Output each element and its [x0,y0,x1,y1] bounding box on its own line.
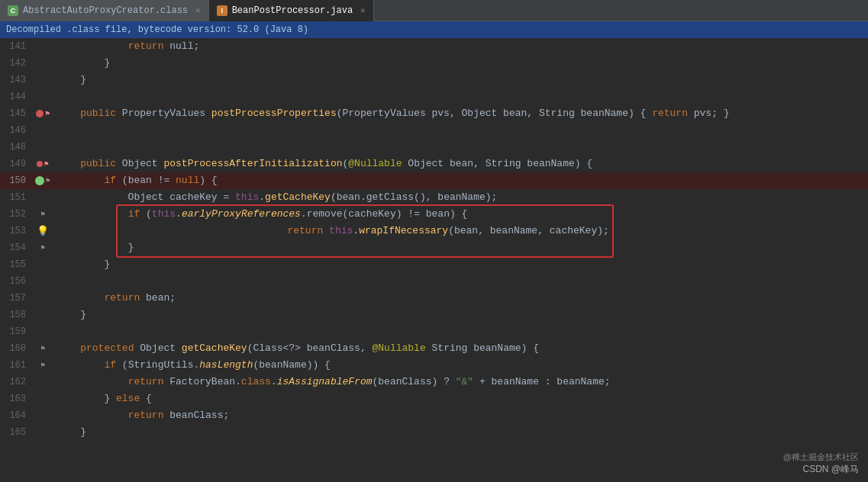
line-146: 146 [0,122,868,139]
lightbulb-153: 💡 [37,225,49,237]
line-num-143: 143 [0,75,32,85]
line-content-157: return bean; [53,290,868,307]
line-162: 162 return FactoryBean.class.isAssignabl… [0,374,868,390]
editor-area: 141 return null; 142 } 143 } 144 [0,38,868,482]
bookmark-icon-160: ⚑ [40,344,45,353]
line-content-162: return FactoryBean.class.isAssignableFro… [53,374,868,390]
line-153: 153 💡 return this.wrapIfNecessary(bean, … [0,223,868,239]
line-141: 141 return null; [0,38,868,55]
line-content-163: } else { [53,390,868,407]
tab-icon-1: C [8,5,18,16]
line-content-143: } [53,72,868,88]
close-icon-1[interactable]: ✕ [195,5,201,15]
line-content-164: return beanClass; [53,407,868,424]
line-num-150: 150 [0,175,32,186]
line-content-165: } [53,424,868,441]
line-num-141: 141 [0,41,32,52]
line-159: 159 [0,323,868,340]
watermark: @稀土掘金技术社区 CSDN @峰马 [783,451,859,476]
line-content-155: } [53,256,868,273]
line-num-157: 157 [0,293,32,304]
breakpoint-149 [37,161,43,167]
line-142: 142 } [0,55,868,72]
line-content-149: public Object postProcessAfterInitializa… [53,156,868,172]
line-154: 154 ⚑ } [0,239,868,256]
line-content-142: } [53,55,868,72]
gutter-161: ⚑ [32,361,53,370]
line-160: 160 ⚑ protected Object getCacheKey(Class… [0,340,868,357]
breakpoint-145 [36,110,44,117]
line-content-154: } [53,239,868,256]
line-157: 157 return bean; [0,290,868,307]
gutter-145: ⚑ [32,109,53,118]
line-150: 150 ⚑ if (bean != null) { [0,172,868,189]
line-num-164: 164 [0,410,32,421]
info-bar: Decompiled .class file, bytecode version… [0,21,868,38]
line-num-165: 165 [0,427,32,438]
line-content-161: if (StringUtils.hasLength(beanName)) { [53,357,868,374]
bookmark-icon-149: ⚑ [44,159,48,169]
line-num-163: 163 [0,394,32,404]
line-158: 158 } [0,307,868,323]
line-161: 161 ⚑ if (StringUtils.hasLength(beanName… [0,357,868,374]
gutter-150: ⚑ [32,176,53,185]
line-143: 143 } [0,72,868,88]
watermark-line1: @稀土掘金技术社区 [783,451,859,463]
info-bar-text: Decompiled .class file, bytecode version… [6,24,308,35]
line-content-145: public PropertyValues postProcessPropert… [53,105,868,122]
tab-bar: C AbstractAutoProxyCreator.class ✕ I Bea… [0,0,868,21]
line-149: 149 ⚑ public Object postProcessAfterInit… [0,156,868,172]
line-155: 155 } [0,256,868,273]
line-content-150: if (bean != null) { [53,172,868,189]
code-lines: 141 return null; 142 } 143 } 144 [0,38,868,482]
line-145: 145 ⚑ public PropertyValues postProcessP… [0,105,868,122]
line-num-159: 159 [0,326,32,337]
tab-bean-post-processor[interactable]: I BeanPostProcessor.java ✕ [209,0,374,21]
gutter-160: ⚑ [32,344,53,353]
gutter-152: ⚑ [32,210,53,219]
line-num-148: 148 [0,142,32,153]
gutter-153: 💡 [32,225,53,237]
line-num-152: 152 [0,209,32,220]
line-num-145: 145 [0,108,32,119]
close-icon-2[interactable]: ✕ [360,5,366,15]
line-content-141: return null; [53,38,868,55]
line-content-158: } [53,307,868,323]
line-num-156: 156 [0,276,32,287]
tab-icon-2: I [217,5,227,16]
line-156: 156 [0,273,868,290]
line-num-154: 154 [0,243,32,253]
line-num-162: 162 [0,377,32,387]
bookmark-icon-145: ⚑ [45,109,50,118]
bookmark-icon-154: ⚑ [40,243,45,252]
line-num-153: 153 [0,226,32,236]
tab-label-2: BeanPostProcessor.java [232,5,353,16]
bookmark-icon-152: ⚑ [40,210,45,219]
line-163: 163 } else { [0,390,868,407]
editor-window: C AbstractAutoProxyCreator.class ✕ I Bea… [0,0,868,482]
breakpoint-check-150 [35,176,44,185]
watermark-line2: CSDN @峰马 [783,463,859,476]
line-165: 165 } [0,424,868,441]
gutter-149: ⚑ [32,159,53,169]
line-num-160: 160 [0,343,32,354]
gutter-154: ⚑ [32,243,53,252]
line-num-146: 146 [0,125,32,136]
line-148: 148 [0,139,868,156]
line-num-151: 151 [0,192,32,203]
tab-abstract-auto-proxy[interactable]: C AbstractAutoProxyCreator.class ✕ [0,0,209,21]
bookmark-icon-161: ⚑ [40,361,45,370]
line-144: 144 [0,88,868,105]
line-num-155: 155 [0,259,32,270]
line-num-144: 144 [0,92,32,102]
bookmark-icon-150: ⚑ [45,176,50,185]
tab-label-1: AbstractAutoProxyCreator.class [23,5,188,16]
line-num-142: 142 [0,58,32,69]
line-164: 164 return beanClass; [0,407,868,424]
line-content-160: protected Object getCacheKey(Class<?> be… [53,340,868,357]
line-num-161: 161 [0,360,32,371]
line-num-158: 158 [0,310,32,320]
line-num-149: 149 [0,159,32,169]
